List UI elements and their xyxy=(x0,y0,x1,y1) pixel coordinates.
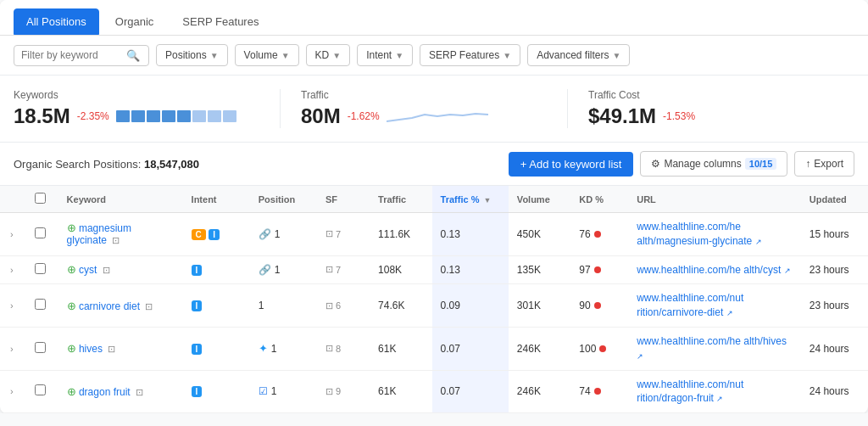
page-icon: ⊡ xyxy=(103,265,110,275)
url-cell: www.healthline.com/nut rition/dragon-fru… xyxy=(628,370,801,413)
row-checkbox[interactable] xyxy=(35,299,46,310)
intent-badge-i: I xyxy=(192,265,203,276)
col-updated-header[interactable]: Updated xyxy=(801,186,868,213)
positions-filter[interactable]: Positions ▼ xyxy=(156,44,228,66)
keyword-search-box[interactable]: 🔍 xyxy=(14,45,149,66)
search-input[interactable] xyxy=(21,49,123,61)
kd-filter[interactable]: KD ▼ xyxy=(306,44,351,66)
tab-all-positions[interactable]: All Positions xyxy=(14,8,99,35)
external-link-icon: ↗ xyxy=(755,238,762,246)
traffic-change: -1.62% xyxy=(348,110,380,122)
chevron-down-icon: ▼ xyxy=(395,51,403,60)
traffic-cost-change: -1.53% xyxy=(663,110,695,122)
position-cell: 🔗 1 xyxy=(259,264,309,276)
tabs-bar: All Positions Organic SERP Features xyxy=(0,0,868,36)
keywords-stat: Keywords 18.5M -2.35% xyxy=(14,89,280,128)
page-icon: ⊡ xyxy=(108,344,115,354)
keyword-link[interactable]: carnivore diet xyxy=(79,300,140,312)
export-button[interactable]: ↑ Export xyxy=(794,151,854,177)
traffic-pct-cell: 0.07 xyxy=(432,327,509,370)
kd-cell: 76 xyxy=(570,213,628,256)
sort-icon: ▼ xyxy=(484,196,492,205)
url-link[interactable]: www.healthline.com/he alth/hives xyxy=(637,335,787,347)
col-intent-header[interactable]: Intent xyxy=(183,186,250,213)
url-link[interactable]: www.healthline.com/nut rition/dragon-fru… xyxy=(637,378,743,405)
manage-columns-button[interactable]: ⚙ Manage columns 10/15 xyxy=(640,151,787,177)
chevron-down-icon: ▼ xyxy=(503,51,511,60)
add-to-keyword-list-button[interactable]: + Add to keyword list xyxy=(509,152,634,177)
traffic-pct-cell: 0.07 xyxy=(432,370,509,413)
keywords-change: -2.35% xyxy=(77,110,109,122)
select-all-checkbox[interactable] xyxy=(35,193,46,204)
url-link[interactable]: www.healthline.com/he alth/magnesium-gly… xyxy=(637,221,752,247)
url-cell: www.healthline.com/he alth/hives ↗ xyxy=(628,327,801,370)
expand-row-button[interactable]: › xyxy=(8,299,15,312)
volume-filter[interactable]: Volume ▼ xyxy=(235,44,299,66)
serp-features-filter[interactable]: SERP Features ▼ xyxy=(420,44,520,66)
col-expand-header xyxy=(0,186,26,213)
col-kd-header[interactable]: KD % xyxy=(570,186,628,213)
kd-dot xyxy=(599,345,606,352)
export-icon: ↑ xyxy=(805,158,810,170)
expand-row-button[interactable]: › xyxy=(8,342,15,356)
position-cell: ☑ 1 xyxy=(259,385,309,397)
tab-organic[interactable]: Organic xyxy=(103,8,167,35)
expand-row-button[interactable]: › xyxy=(8,263,15,277)
plus-circle-icon: ⊕ xyxy=(67,385,76,398)
table-actions: + Add to keyword list ⚙ Manage columns 1… xyxy=(509,151,854,177)
row-checkbox[interactable] xyxy=(35,227,46,238)
sf-icon: ⊡ xyxy=(326,386,333,397)
table-row: › ⊕ magnesium glycinate ⊡ C I 🔗 1 ⊡ 7 11… xyxy=(0,213,868,256)
position-cell: 1 xyxy=(259,300,309,311)
table-row: › ⊕ hives ⊡ I ✦ 1 ⊡ 8 61K 0.07 246K 100 … xyxy=(0,327,868,370)
kd-cell: 74 xyxy=(570,370,628,413)
tab-serp-features[interactable]: SERP Features xyxy=(170,8,271,35)
url-link[interactable]: www.healthline.com/he alth/cyst xyxy=(637,264,781,276)
sf-cell: ⊡ 9 xyxy=(326,386,361,397)
keyword-link[interactable]: magnesium glycinate xyxy=(67,222,131,246)
traffic-pct-cell: 0.09 xyxy=(432,284,509,328)
kd-dot xyxy=(594,266,601,273)
advanced-filters-button[interactable]: Advanced filters ▼ xyxy=(527,44,630,66)
position-value: 1 xyxy=(275,228,281,240)
traffic-cost-label: Traffic Cost xyxy=(588,89,834,101)
chevron-down-icon: ▼ xyxy=(210,51,219,60)
col-volume-header[interactable]: Volume xyxy=(509,186,571,213)
traffic-cost-value: $49.1M xyxy=(588,104,656,128)
keyword-link[interactable]: dragon fruit xyxy=(79,386,131,398)
keywords-label: Keywords xyxy=(14,89,259,101)
updated-cell: 23 hours xyxy=(801,255,868,284)
position-cell: ✦ 1 xyxy=(259,342,309,355)
external-link-icon: ↗ xyxy=(637,352,643,361)
plus-circle-icon: ⊕ xyxy=(67,300,76,312)
row-checkbox[interactable] xyxy=(35,342,46,353)
keyword-link[interactable]: cyst xyxy=(79,264,97,276)
expand-row-button[interactable]: › xyxy=(8,384,15,398)
keyword-link[interactable]: hives xyxy=(79,343,103,355)
col-url-header[interactable]: URL xyxy=(628,186,801,213)
traffic-sparkline xyxy=(387,106,488,126)
traffic-stat: Traffic 80M -1.62% xyxy=(280,89,567,128)
col-traffic-pct-header[interactable]: Traffic % ▼ xyxy=(432,186,509,213)
col-check-header xyxy=(26,186,58,213)
chevron-down-icon: ▼ xyxy=(332,51,341,60)
col-sf-header[interactable]: SF xyxy=(317,186,370,213)
col-position-header[interactable]: Position xyxy=(250,186,317,213)
col-keyword-header[interactable]: Keyword xyxy=(58,186,183,213)
row-checkbox[interactable] xyxy=(35,384,46,395)
intent-filter[interactable]: Intent ▼ xyxy=(357,44,413,66)
external-link-icon: ↗ xyxy=(716,395,723,403)
kd-cell: 97 xyxy=(570,255,628,284)
checkbox-icon: ☑ xyxy=(259,385,268,397)
col-traffic-header[interactable]: Traffic xyxy=(370,186,432,213)
gear-icon: ⚙ xyxy=(651,158,660,170)
traffic-cell: 74.6K xyxy=(370,284,432,328)
traffic-cell: 61K xyxy=(370,327,432,370)
volume-cell: 450K xyxy=(509,213,571,256)
traffic-pct-cell: 0.13 xyxy=(432,255,509,284)
page-icon: ⊡ xyxy=(136,387,143,397)
table-row: › ⊕ carnivore diet ⊡ I 1 ⊡ 6 74.6K 0.09 … xyxy=(0,284,868,328)
row-checkbox[interactable] xyxy=(35,263,46,274)
keywords-bar xyxy=(116,110,236,122)
expand-row-button[interactable]: › xyxy=(8,227,15,241)
